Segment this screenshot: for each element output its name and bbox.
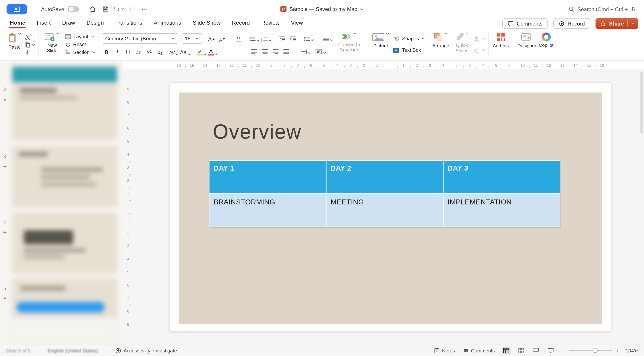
slide-table[interactable]: DAY 1 DAY 2 DAY 3 BRAINSTORMING MEETING … bbox=[209, 160, 560, 227]
font-name-combobox[interactable]: Century Gothic (Body) bbox=[102, 33, 178, 44]
status-comments-button[interactable]: Comments bbox=[463, 348, 495, 353]
font-color-button[interactable]: A bbox=[208, 47, 218, 56]
share-chevron-icon[interactable] bbox=[631, 22, 634, 25]
character-spacing-button[interactable]: AV bbox=[169, 47, 179, 56]
table-header-cell[interactable]: DAY 1 bbox=[210, 161, 326, 193]
tab-slide-show[interactable]: Slide Show bbox=[187, 19, 226, 29]
accessibility-status[interactable]: Accessibility: Investigate bbox=[116, 348, 177, 353]
align-text-button[interactable] bbox=[316, 46, 326, 55]
arrange-button[interactable]: Arrange bbox=[431, 31, 450, 49]
text-direction-chevron-icon[interactable] bbox=[308, 52, 312, 54]
search-box[interactable]: Search (Cmd + Ctrl + U) bbox=[568, 6, 638, 12]
text-direction-button[interactable] bbox=[301, 46, 312, 55]
slide-thumbnail-5[interactable] bbox=[12, 279, 117, 341]
designer-button[interactable]: Designer bbox=[516, 31, 538, 58]
section-button[interactable]: Section bbox=[65, 48, 96, 56]
tab-design[interactable]: Design bbox=[81, 19, 110, 29]
line-spacing-button[interactable] bbox=[304, 33, 314, 42]
slide-thumbnail-3[interactable] bbox=[12, 146, 117, 207]
vertical-scrollbar[interactable] bbox=[640, 72, 643, 133]
shape-outline-button[interactable] bbox=[474, 46, 485, 54]
slide-thumbnail-2[interactable] bbox=[12, 67, 117, 140]
table-cell[interactable]: BRAINSTORMING bbox=[210, 194, 326, 227]
slide-title[interactable]: Overview bbox=[213, 120, 302, 143]
layout-chevron-icon[interactable] bbox=[91, 36, 94, 38]
new-slide-chevron-icon[interactable] bbox=[56, 33, 60, 35]
font-name-chevron-icon[interactable] bbox=[171, 37, 175, 40]
slide-sorter-view-button[interactable] bbox=[517, 347, 525, 354]
bold-button[interactable]: B bbox=[102, 47, 111, 56]
more-commands-button[interactable]: ••• bbox=[140, 4, 150, 15]
record-button[interactable]: Record bbox=[553, 18, 590, 29]
font-color-chevron-icon[interactable] bbox=[214, 53, 218, 56]
table-header-cell[interactable]: DAY 3 bbox=[444, 161, 560, 193]
change-case-chevron-icon[interactable] bbox=[187, 53, 191, 56]
paste-button[interactable]: Paste bbox=[6, 31, 22, 50]
highlight-color-button[interactable] bbox=[197, 47, 207, 56]
numbering-chevron-icon[interactable] bbox=[268, 39, 272, 41]
undo-menu-chevron-icon[interactable] bbox=[120, 8, 124, 10]
tab-view[interactable]: View bbox=[285, 19, 309, 29]
subscript-button[interactable]: x₂ bbox=[155, 47, 164, 56]
grow-font-button[interactable]: A bbox=[206, 34, 216, 43]
redo-button[interactable] bbox=[126, 4, 137, 15]
align-left-button[interactable] bbox=[249, 46, 259, 55]
change-case-button[interactable]: Aa bbox=[180, 47, 191, 56]
table-cell[interactable]: IMPLEMENTATION bbox=[444, 194, 560, 227]
smartart-chevron-icon[interactable] bbox=[353, 33, 357, 35]
title-menu-chevron-icon[interactable] bbox=[360, 8, 364, 10]
autosave-toggle[interactable] bbox=[68, 6, 79, 12]
tab-animations[interactable]: Animations bbox=[148, 19, 187, 29]
justify-button[interactable] bbox=[281, 46, 291, 55]
table-header-cell[interactable]: DAY 2 bbox=[326, 161, 444, 193]
zoom-in-button[interactable]: + bbox=[616, 347, 619, 354]
font-size-chevron-icon[interactable] bbox=[195, 37, 199, 40]
quick-styles-chevron-icon[interactable] bbox=[465, 33, 469, 35]
line-spacing-chevron-icon[interactable] bbox=[310, 39, 314, 41]
new-slide-button[interactable]: New Slide bbox=[42, 31, 63, 54]
bullets-button[interactable] bbox=[249, 33, 260, 42]
add-ins-button[interactable]: Add-ins bbox=[492, 31, 510, 58]
superscript-button[interactable]: x² bbox=[145, 47, 154, 56]
arrange-chevron-icon[interactable] bbox=[444, 33, 448, 35]
shape-outline-chevron-icon[interactable] bbox=[482, 49, 486, 52]
zoom-percentage[interactable]: 104% bbox=[622, 348, 638, 353]
columns-chevron-icon[interactable] bbox=[330, 39, 334, 41]
char-spacing-chevron-icon[interactable] bbox=[175, 53, 179, 56]
italic-button[interactable]: I bbox=[112, 47, 122, 56]
section-chevron-icon[interactable] bbox=[92, 51, 96, 53]
slide-thumbnail-4[interactable] bbox=[12, 213, 117, 273]
save-button[interactable] bbox=[100, 4, 111, 15]
tab-insert[interactable]: Insert bbox=[31, 19, 56, 29]
slide-thumbnail-panel[interactable]: 2 3 4 bbox=[0, 61, 123, 344]
slide-canvas[interactable]: 987654321123456789 Overview DAY 1 DAY 2 … bbox=[123, 69, 644, 345]
format-painter-button[interactable] bbox=[24, 49, 35, 56]
underline-button[interactable]: U bbox=[123, 47, 132, 56]
quick-styles-button[interactable]: Quick Styles bbox=[452, 31, 471, 54]
copy-button[interactable] bbox=[24, 41, 35, 48]
tab-record[interactable]: Record bbox=[226, 19, 255, 29]
share-button[interactable]: Share bbox=[596, 18, 638, 29]
picture-chevron-icon[interactable] bbox=[386, 33, 390, 35]
zoom-slider[interactable] bbox=[569, 350, 612, 351]
normal-view-button[interactable] bbox=[502, 347, 510, 354]
paste-chevron-icon[interactable] bbox=[18, 33, 22, 35]
tab-draw[interactable]: Draw bbox=[56, 19, 81, 29]
highlight-chevron-icon[interactable] bbox=[203, 53, 207, 56]
shapes-chevron-icon[interactable] bbox=[421, 37, 425, 40]
reset-button[interactable]: Reset bbox=[65, 41, 96, 48]
layout-button[interactable]: Layout bbox=[65, 33, 96, 41]
shrink-font-button[interactable]: A bbox=[217, 34, 227, 43]
home-button[interactable] bbox=[87, 4, 98, 15]
notes-button[interactable]: Notes bbox=[434, 348, 455, 353]
undo-button[interactable] bbox=[114, 4, 124, 15]
slideshow-view-button[interactable] bbox=[546, 347, 555, 354]
shapes-button[interactable]: Shapes bbox=[393, 35, 425, 43]
decrease-indent-button[interactable] bbox=[277, 33, 287, 42]
cut-button[interactable] bbox=[24, 33, 35, 41]
bullets-chevron-icon[interactable] bbox=[256, 39, 260, 41]
clear-formatting-button[interactable]: A bbox=[234, 34, 243, 43]
align-text-chevron-icon[interactable] bbox=[322, 52, 326, 54]
slide-5[interactable]: Overview DAY 1 DAY 2 DAY 3 BRAINSTORMING… bbox=[170, 83, 611, 331]
tab-home[interactable]: Home bbox=[4, 19, 31, 29]
